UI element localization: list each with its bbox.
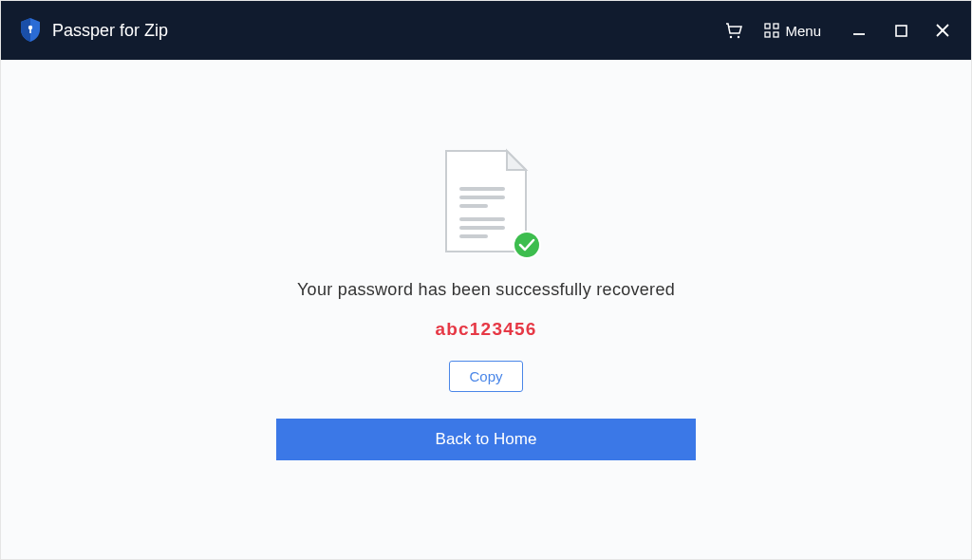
svg-rect-1 <box>29 28 31 33</box>
svg-rect-9 <box>896 26 907 36</box>
back-home-button[interactable]: Back to Home <box>276 419 696 460</box>
copy-button[interactable]: Copy <box>449 361 522 392</box>
svg-rect-17 <box>459 234 488 238</box>
app-window: Passper for Zip Menu <box>0 0 972 560</box>
svg-rect-16 <box>459 226 505 230</box>
window-controls <box>850 21 952 40</box>
minimize-icon[interactable] <box>850 21 869 40</box>
app-title: Passper for Zip <box>52 21 168 41</box>
close-icon[interactable] <box>933 21 952 40</box>
document-success-icon <box>440 147 532 255</box>
svg-rect-6 <box>765 32 770 37</box>
menu-button[interactable]: Menu <box>764 23 821 39</box>
svg-rect-5 <box>774 24 778 28</box>
checkmark-success-icon <box>513 231 541 259</box>
success-message: Your password has been successfully reco… <box>297 280 675 300</box>
svg-point-3 <box>738 36 739 38</box>
titlebar-right: Menu <box>724 21 952 40</box>
svg-rect-14 <box>459 204 488 208</box>
maximize-icon[interactable] <box>891 21 910 40</box>
cart-icon[interactable] <box>724 21 743 40</box>
svg-rect-15 <box>459 217 505 221</box>
svg-rect-4 <box>765 24 770 28</box>
app-logo-icon <box>20 18 41 43</box>
menu-label: Menu <box>785 23 821 39</box>
svg-point-2 <box>730 36 732 38</box>
svg-rect-7 <box>774 32 778 37</box>
svg-rect-13 <box>459 196 505 199</box>
menu-icon <box>764 23 779 38</box>
recovered-password: abc123456 <box>436 319 537 340</box>
svg-point-18 <box>514 232 540 258</box>
titlebar-left: Passper for Zip <box>20 18 168 43</box>
titlebar: Passper for Zip Menu <box>1 1 971 60</box>
svg-rect-12 <box>459 187 505 191</box>
main-content: Your password has been successfully reco… <box>1 60 971 559</box>
